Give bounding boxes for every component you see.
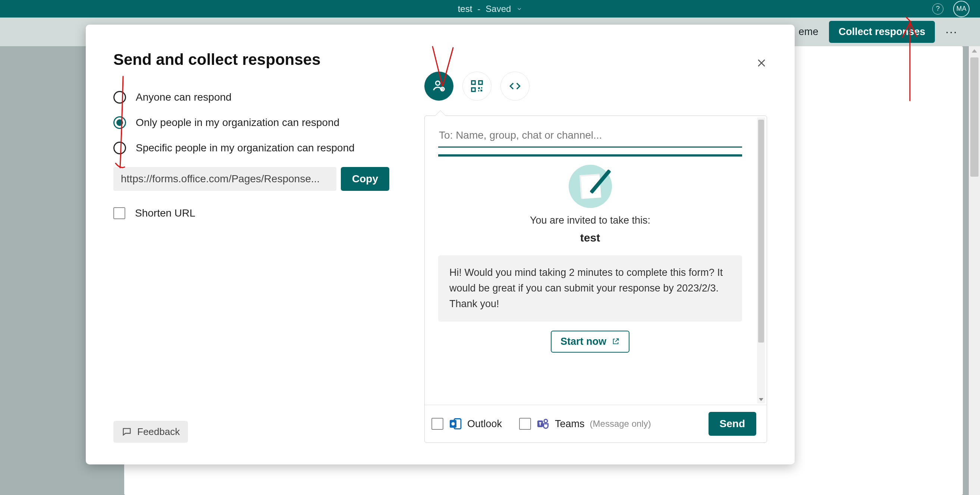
speech-bubble-icon (122, 427, 132, 437)
recipients-input[interactable] (438, 125, 742, 148)
qr-icon (470, 79, 484, 93)
svg-rect-2 (472, 81, 476, 85)
invited-line: You are invited to take this: (438, 215, 742, 226)
left-column: Anyone can respond Only people in my org… (113, 91, 389, 219)
embed-icon (508, 79, 522, 93)
radio-label: Specific people in my organization can r… (136, 142, 355, 154)
teams-label: Teams (555, 418, 585, 430)
url-row: https://forms.office.com/Pages/Response.… (113, 167, 389, 191)
modal-overlay: Send and collect responses Anyone can re… (0, 0, 980, 495)
checkbox-icon[interactable] (519, 418, 531, 430)
radio-icon[interactable] (113, 142, 126, 154)
dialog-title: Send and collect responses (113, 51, 767, 68)
outlook-icon (449, 417, 462, 430)
svg-rect-7 (478, 90, 479, 91)
send-collect-dialog: Send and collect responses Anyone can re… (86, 25, 795, 465)
radio-label: Only people in my organization can respo… (136, 117, 339, 129)
radio-label: Anyone can respond (136, 91, 232, 103)
share-method-tabs (424, 71, 767, 101)
checkbox-icon[interactable] (113, 207, 125, 219)
tab-embed[interactable] (500, 71, 530, 101)
right-column: You are invited to take this: test Hi! W… (424, 71, 767, 443)
teams-icon (536, 417, 550, 430)
share-url-input[interactable]: https://forms.office.com/Pages/Response.… (113, 167, 336, 191)
invite-illustration (569, 165, 612, 208)
feedback-label: Feedback (137, 426, 180, 438)
tab-qr[interactable] (462, 71, 492, 101)
start-now-label: Start now (560, 336, 606, 347)
teams-note: (Message only) (590, 419, 651, 429)
svg-point-0 (436, 81, 440, 86)
radio-specific[interactable]: Specific people in my organization can r… (113, 142, 389, 154)
close-icon[interactable] (756, 57, 767, 68)
feedback-button[interactable]: Feedback (113, 421, 188, 443)
radio-icon[interactable] (113, 91, 126, 104)
panel-footer: Outlook Teams (Message only) Send (425, 405, 767, 443)
svg-rect-8 (480, 90, 482, 92)
svg-rect-3 (479, 81, 482, 85)
outlook-label: Outlook (467, 418, 502, 430)
external-link-icon (612, 337, 620, 346)
checkbox-icon[interactable] (431, 418, 443, 430)
svg-point-11 (452, 422, 455, 426)
start-now-button[interactable]: Start now (551, 331, 630, 352)
svg-rect-4 (472, 88, 476, 92)
copy-button[interactable]: Copy (341, 167, 389, 191)
svg-rect-5 (478, 87, 480, 89)
invite-panel: You are invited to take this: test Hi! W… (424, 116, 767, 443)
accent-divider (438, 154, 742, 157)
teams-option[interactable]: Teams (Message only) (519, 417, 651, 430)
panel-scroll-area: You are invited to take this: test Hi! W… (425, 116, 767, 405)
svg-rect-6 (481, 87, 482, 88)
shorten-url-row[interactable]: Shorten URL (113, 207, 389, 219)
send-button[interactable]: Send (708, 412, 756, 436)
tab-invite[interactable] (424, 71, 453, 101)
radio-icon[interactable] (113, 116, 126, 129)
radio-anyone[interactable]: Anyone can respond (113, 91, 389, 104)
invited-form-name: test (438, 232, 742, 244)
invite-icon (432, 79, 446, 93)
outlook-option[interactable]: Outlook (431, 417, 502, 430)
radio-org[interactable]: Only people in my organization can respo… (113, 116, 389, 129)
panel-scrollbar[interactable] (757, 117, 765, 403)
invitation-message[interactable]: Hi! Would you mind taking 2 minutes to c… (438, 255, 742, 322)
shorten-url-label: Shorten URL (135, 207, 196, 219)
svg-point-13 (544, 419, 547, 423)
